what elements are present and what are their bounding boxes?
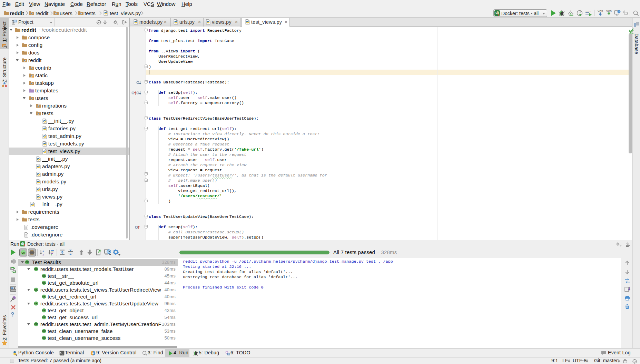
svg-text:OK: OK — [21, 252, 25, 254]
svg-text:z: z — [42, 253, 44, 255]
svg-text:VCS: VCS — [598, 10, 603, 13]
